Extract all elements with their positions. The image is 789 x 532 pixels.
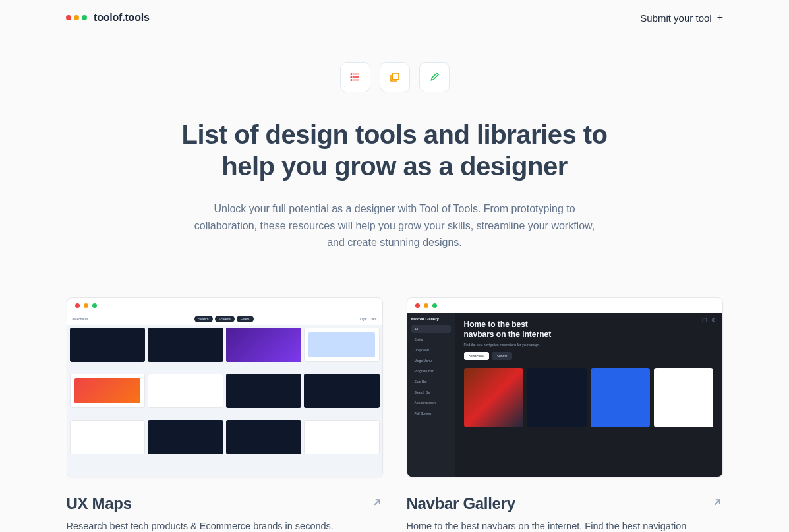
tool-card-navbar-gallery[interactable]: Navbar Gallery All Static Dropdown Mega … <box>407 297 723 532</box>
svg-rect-6 <box>392 73 399 80</box>
brush-icon <box>428 71 440 83</box>
preview-frame: Navbar Gallery All Static Dropdown Mega … <box>407 297 723 477</box>
logo[interactable]: toolof.tools <box>66 12 150 24</box>
external-link-icon <box>711 496 723 511</box>
category-tabs <box>65 62 724 92</box>
svg-point-3 <box>351 74 352 75</box>
preview-image: Navbar Gallery All Static Dropdown Mega … <box>407 313 722 477</box>
preview-image: detechless Search Screens Filters Light … <box>67 313 382 477</box>
card-description: Research best tech products & Ecommerce … <box>67 519 383 532</box>
plus-icon: + <box>717 12 723 24</box>
traffic-lights-icon <box>66 15 87 20</box>
card-title: Navbar Gallery <box>407 494 515 513</box>
page-title: List of design tools and libraries to he… <box>158 119 632 182</box>
logo-text: toolof.tools <box>94 12 150 24</box>
submit-label: Submit your tool <box>640 13 711 24</box>
list-icon <box>349 71 361 83</box>
library-icon <box>389 71 401 83</box>
svg-point-5 <box>351 80 352 81</box>
external-link-icon <box>371 496 383 511</box>
preview-frame: detechless Search Screens Filters Light … <box>67 297 383 477</box>
card-description: Home to the best navbars on the internet… <box>407 519 723 532</box>
tab-list[interactable] <box>340 62 370 92</box>
page-subtitle: Unlock your full potential as a designer… <box>190 200 599 251</box>
window-controls-icon <box>67 298 382 313</box>
card-title: UX Maps <box>67 494 132 513</box>
submit-tool-button[interactable]: Submit your tool + <box>640 12 723 24</box>
tool-card-uxmaps[interactable]: detechless Search Screens Filters Light … <box>67 297 383 532</box>
window-controls-icon <box>407 298 722 313</box>
tab-brush[interactable] <box>419 62 450 92</box>
svg-point-4 <box>351 76 352 78</box>
tab-library[interactable] <box>380 62 410 92</box>
